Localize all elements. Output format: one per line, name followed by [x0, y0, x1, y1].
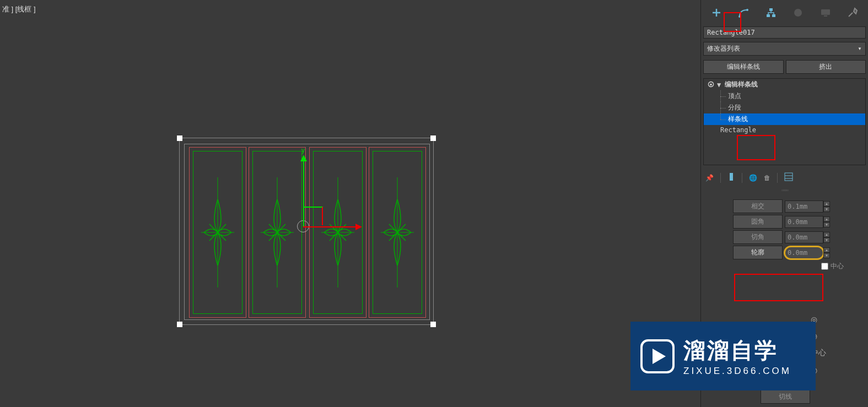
- door-panel-3: [309, 147, 366, 318]
- stack-edit-spline[interactable]: ⦿ ▼ 编辑样条线: [704, 79, 865, 90]
- intersect-spinner[interactable]: ▲▼: [823, 201, 830, 212]
- watermark-play-icon: [640, 339, 675, 373]
- utilities-tab-icon[interactable]: [845, 6, 860, 20]
- stack-item-label: 分段: [728, 103, 741, 112]
- scale-handle-bl[interactable]: [177, 322, 182, 327]
- gizmo-y-arrow: [300, 155, 307, 161]
- chamfer-value[interactable]: 0.0mm: [785, 231, 823, 243]
- stack-spline[interactable]: 样条线: [704, 113, 865, 125]
- make-unique-icon[interactable]: 🌐: [749, 174, 757, 182]
- stack-rectangle[interactable]: Rectangle: [704, 125, 865, 135]
- expand-arrow-icon[interactable]: ▼: [717, 81, 723, 89]
- stack-segment[interactable]: 分段: [704, 102, 865, 113]
- chamfer-button[interactable]: 切角: [733, 230, 783, 244]
- outline-spinner[interactable]: ▲▼: [823, 247, 830, 258]
- door-panel-1: [189, 147, 246, 318]
- motion-tab-icon[interactable]: [791, 6, 805, 20]
- scale-handle-tr[interactable]: [430, 135, 436, 141]
- gizmo-y-label: y: [301, 146, 305, 154]
- ornament-svg: [381, 177, 414, 287]
- svg-rect-15: [824, 15, 827, 17]
- scale-handle-tl[interactable]: [177, 135, 182, 141]
- selection-bounds: y: [179, 138, 434, 325]
- hierarchy-tab-icon[interactable]: [764, 6, 778, 20]
- center-label: 中心: [831, 262, 844, 271]
- scale-handle-br[interactable]: [430, 322, 436, 327]
- fillet-button[interactable]: 圆角: [733, 215, 783, 229]
- stack-item-label: Rectangle: [720, 126, 756, 134]
- ornament-svg: [201, 177, 234, 287]
- door-panel-2: [249, 147, 306, 318]
- modifier-list-label: 修改器列表: [707, 44, 740, 53]
- trim-button[interactable]: 切线: [761, 390, 810, 404]
- viewport-label: 准 ] [线框 ]: [2, 4, 36, 14]
- svg-rect-14: [821, 9, 830, 15]
- ornament-svg: [261, 177, 294, 287]
- watermark-url: ZIXUE.3D66.COM: [683, 366, 791, 377]
- intersect-button[interactable]: 相交: [733, 199, 783, 213]
- gizmo-x-arrow: [355, 224, 362, 230]
- fillet-value[interactable]: 0.0mm: [785, 216, 823, 228]
- display-tab-icon[interactable]: [818, 6, 833, 20]
- center-checkbox[interactable]: [821, 263, 828, 270]
- svg-point-9: [746, 9, 748, 11]
- edit-spline-button[interactable]: 编辑样条线: [703, 60, 784, 74]
- watermark: 溜溜自学 ZIXUE.3D66.COM: [630, 322, 816, 390]
- remove-modifier-icon[interactable]: 🗑: [764, 174, 770, 182]
- fillet-spinner[interactable]: ▲▼: [823, 216, 830, 227]
- svg-rect-12: [772, 14, 775, 17]
- object-name-field[interactable]: Rectangle017: [703, 26, 866, 39]
- modifier-stack[interactable]: ⦿ ▼ 编辑样条线 顶点 分段 样条线 Rectangle: [703, 78, 866, 165]
- stack-item-label: 编辑样条线: [725, 80, 758, 89]
- configure-sets-icon[interactable]: [784, 172, 793, 183]
- gizmo-x-axis[interactable]: [303, 226, 355, 227]
- svg-point-8: [738, 15, 741, 18]
- modifier-list-dropdown[interactable]: 修改器列表: [703, 42, 866, 56]
- pin-stack-icon[interactable]: 📌: [705, 174, 714, 182]
- outline-button[interactable]: 轮廓: [733, 246, 783, 259]
- stack-item-label: 顶点: [728, 91, 741, 101]
- svg-rect-10: [769, 8, 773, 11]
- intersect-value[interactable]: 0.1mm: [785, 200, 823, 213]
- modify-tab-icon[interactable]: [736, 6, 751, 20]
- create-tab-icon[interactable]: [709, 6, 724, 20]
- svg-rect-16: [730, 173, 733, 181]
- rollout-drag-handle[interactable]: [701, 188, 868, 192]
- show-end-result-icon[interactable]: [727, 172, 735, 183]
- svg-rect-11: [767, 14, 770, 17]
- watermark-title: 溜溜自学: [683, 335, 791, 366]
- viewport[interactable]: 准 ] [线框 ]: [0, 0, 700, 407]
- svg-rect-17: [785, 173, 792, 181]
- svg-point-13: [794, 9, 802, 17]
- extrude-button[interactable]: 挤出: [786, 60, 866, 74]
- gizmo-xy-plane[interactable]: [304, 207, 323, 225]
- outline-value[interactable]: 0.0mm: [785, 247, 823, 259]
- door-panel-4: [369, 147, 426, 318]
- door-frame-outer: [184, 144, 430, 320]
- stack-vertex[interactable]: 顶点: [704, 90, 865, 102]
- stack-item-label: 样条线: [728, 115, 748, 124]
- ornament-svg: [321, 177, 354, 287]
- visibility-icon[interactable]: ⦿: [707, 81, 715, 89]
- chamfer-spinner[interactable]: ▲▼: [823, 232, 830, 243]
